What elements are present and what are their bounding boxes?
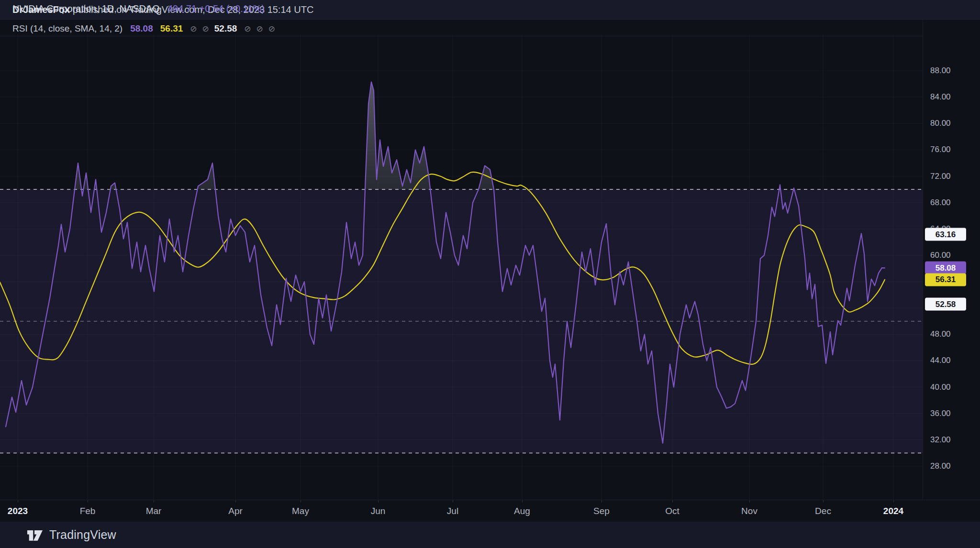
x-axis-tick bbox=[88, 500, 88, 503]
indicator-value: 52.58 bbox=[214, 23, 237, 34]
x-axis-label: Jul bbox=[447, 506, 458, 516]
y-axis-label: 72.00 bbox=[930, 172, 951, 181]
x-axis-tick bbox=[18, 500, 18, 503]
indicator-empty-value-icon: ⊘ bbox=[268, 24, 275, 34]
price-axis[interactable]: 88.0084.0080.0076.0072.0068.0064.0060.00… bbox=[923, 20, 980, 500]
y-axis-label: 40.00 bbox=[930, 383, 951, 392]
y-axis-label: 88.00 bbox=[930, 66, 951, 76]
time-axis[interactable]: 2023FebMarAprMayJunJulAugSepOctNovDec202… bbox=[0, 500, 980, 522]
indicator-empty-value-icon: ⊘ bbox=[256, 24, 263, 34]
y-axis-label: 28.00 bbox=[930, 461, 951, 471]
y-axis-label: 32.00 bbox=[930, 435, 951, 445]
y-axis-label: 60.00 bbox=[930, 251, 951, 260]
x-axis-tick bbox=[601, 500, 602, 503]
tradingview-logo-text: TradingView bbox=[49, 528, 116, 542]
x-axis-label: May bbox=[292, 506, 309, 516]
symbol-title: NVIDIA Corporation, 1D, NASDAQ bbox=[12, 3, 160, 14]
x-axis-label: Oct bbox=[665, 506, 679, 516]
y-axis-label: 76.00 bbox=[930, 145, 951, 154]
x-axis-tick bbox=[378, 500, 379, 503]
x-axis-tick bbox=[893, 500, 894, 503]
indicator-value: 56.31 bbox=[160, 23, 183, 34]
price-badge: 56.31 bbox=[925, 273, 966, 286]
price-badge: 52.58 bbox=[925, 298, 966, 311]
pane-separator bbox=[0, 36, 980, 36]
tradingview-published-chart: DrJamesFox published on TradingView.com,… bbox=[0, 0, 980, 548]
x-axis-label: Apr bbox=[228, 506, 243, 516]
y-axis-label: 36.00 bbox=[930, 409, 951, 418]
x-axis-label: Dec bbox=[815, 506, 831, 516]
x-axis-tick bbox=[453, 500, 453, 503]
tradingview-logo-icon bbox=[27, 528, 43, 541]
y-axis-label: 44.00 bbox=[930, 356, 951, 365]
y-axis-label: 68.00 bbox=[930, 198, 951, 208]
x-axis-tick bbox=[235, 500, 236, 503]
indicator-empty-value-icon: ⊘ bbox=[244, 24, 251, 34]
x-axis-tick bbox=[823, 500, 824, 503]
indicator-legend[interactable]: RSI (14, close, SMA, 14, 2) 58.0856.31⊘⊘… bbox=[12, 22, 280, 35]
indicator-values: 58.0856.31⊘⊘52.58⊘⊘⊘ bbox=[130, 23, 280, 34]
symbol-legend[interactable]: NVIDIA Corporation, 1D, NASDAQ 494.71 +0… bbox=[12, 2, 265, 15]
x-axis-label: Jun bbox=[371, 506, 386, 516]
x-axis-label: Mar bbox=[146, 506, 162, 516]
indicator-empty-value-icon: ⊘ bbox=[202, 24, 209, 34]
x-axis-tick bbox=[749, 500, 750, 503]
x-axis-label: Feb bbox=[80, 506, 96, 516]
chart-pane[interactable] bbox=[0, 20, 923, 500]
footer-bar: TradingView bbox=[0, 522, 980, 548]
indicator-value: 58.08 bbox=[130, 23, 153, 34]
x-axis-label: 2024 bbox=[883, 506, 903, 516]
x-axis-tick bbox=[672, 500, 673, 503]
x-axis-tick bbox=[301, 500, 301, 503]
y-axis-label: 80.00 bbox=[930, 119, 951, 128]
x-axis-label: Aug bbox=[514, 506, 530, 516]
tradingview-logo-link[interactable]: TradingView bbox=[27, 528, 116, 542]
y-axis-label: 84.00 bbox=[930, 92, 951, 102]
indicator-empty-value-icon: ⊘ bbox=[190, 24, 197, 34]
x-axis-label: Sep bbox=[593, 506, 610, 516]
x-axis-tick bbox=[522, 500, 523, 503]
indicator-title: RSI (14, close, SMA, 14, 2) bbox=[12, 23, 122, 34]
x-axis-label: Nov bbox=[741, 506, 757, 516]
rsi-chart-svg[interactable] bbox=[0, 20, 923, 500]
symbol-quote: 494.71 +0.54 (+0.11%) bbox=[167, 3, 265, 14]
price-badge: 63.16 bbox=[925, 228, 966, 241]
x-axis-label: 2023 bbox=[8, 506, 28, 516]
x-axis-tick bbox=[154, 500, 154, 503]
y-axis-label: 48.00 bbox=[930, 329, 951, 339]
price-badge: 58.08 bbox=[925, 262, 966, 274]
